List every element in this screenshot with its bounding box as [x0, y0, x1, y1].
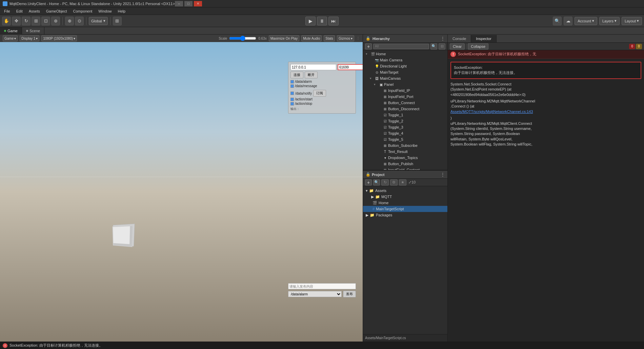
scale-slider[interactable]	[229, 36, 256, 41]
maximize-button[interactable]: □	[184, 1, 193, 6]
close-button[interactable]: ✕	[194, 1, 202, 6]
publish-content-input[interactable]	[288, 283, 356, 289]
hier-item-inputfield-port[interactable]: ⊞ InputField_Port	[363, 94, 447, 100]
hier-item-main-camera[interactable]: 📷 Main Camera	[363, 57, 447, 63]
menu-item-edit[interactable]: Edit	[14, 8, 25, 14]
tab-scene[interactable]: Scene	[22, 27, 44, 35]
hierarchy-search[interactable]	[373, 44, 429, 49]
hier-item-toggle3[interactable]: ☑ Toggle_3	[363, 124, 447, 130]
tab-inspector[interactable]: Inspector	[471, 35, 496, 42]
layers-dropdown[interactable]: Layers ▾	[599, 17, 620, 25]
hier-item-inputfield-content[interactable]: ⊞ InputField_Content	[363, 167, 447, 170]
step-button[interactable]: ⏭	[328, 17, 339, 25]
menu-item-help[interactable]: Help	[115, 8, 128, 14]
game-view-dropdown[interactable]: Game ▾	[3, 35, 18, 41]
hier-item-toggle1[interactable]: ☑ Toggle_1	[363, 112, 447, 118]
custom-tool-1[interactable]: ⊕	[65, 17, 74, 25]
tab-game[interactable]: Game	[0, 27, 22, 35]
tab-console[interactable]: Console	[448, 35, 471, 42]
play-button[interactable]: ▶	[305, 17, 316, 25]
hier-item-btn-publish[interactable]: ⊞ Button_Publish	[363, 161, 447, 167]
account-dropdown[interactable]: Account ▾	[575, 17, 597, 25]
collapse-button[interactable]: Collapse	[468, 43, 488, 50]
connect-button[interactable]: 连接	[290, 72, 303, 78]
gizmos-dropdown[interactable]: Gizmos ▾	[337, 35, 354, 41]
hier-item-btn-disconnect[interactable]: ⊞ Button_Disconnect	[363, 106, 447, 112]
error-notification-text: SocketException: 由于目标计算机积极拒绝，无	[458, 52, 641, 57]
transform-tool-button[interactable]: ⊛	[51, 17, 60, 25]
subscribe-button[interactable]: 订阅	[313, 90, 326, 97]
hier-item-text-result[interactable]: T Text_Result	[363, 149, 447, 155]
hier-item-toggle2[interactable]: ☑ Toggle_2	[363, 118, 447, 124]
maximize-on-play-btn[interactable]: Maximize On Play	[269, 35, 300, 41]
topic-label-1: /data/alarm	[295, 80, 312, 83]
resolution-dropdown[interactable]: 1080P (1920x1080) ▾	[41, 35, 77, 41]
layout-dropdown[interactable]: Layout ▾	[622, 17, 642, 25]
hier-item-main-target[interactable]: ⊙ MainTarget	[363, 69, 447, 75]
disconnect-button[interactable]: 断开	[305, 72, 318, 78]
proj-item-packages[interactable]: ▶ 📁 Packages	[363, 212, 447, 218]
hier-item-inputfield-ip[interactable]: ⊞ InputField_IP	[363, 88, 447, 94]
hierarchy-menu-icon[interactable]: ⋮	[441, 36, 445, 41]
publish-button[interactable]: 发布	[343, 291, 356, 297]
project-sync-icon[interactable]: ↻	[381, 179, 389, 186]
hier-item-main-canvas[interactable]: ▾ 🖼 MainCanvas	[363, 75, 447, 81]
menu-item-gameobject[interactable]: GameObject	[43, 8, 70, 14]
hand-tool-button[interactable]: ✋	[2, 17, 11, 25]
hier-item-toggle4[interactable]: ☑ Toggle_4	[363, 130, 447, 136]
error-notification[interactable]: ! SocketException: 由于目标计算机积极拒绝，无	[448, 50, 644, 59]
topic-check-2[interactable]	[290, 84, 294, 88]
stack-trace-3-text: ) uPLibrary.Networking.M2Mqtt.MqttClient…	[450, 116, 641, 147]
menu-item-file[interactable]: File	[1, 8, 13, 14]
ip-input[interactable]	[290, 64, 336, 70]
topic-check-3[interactable]	[290, 92, 294, 95]
mute-audio-btn[interactable]: Mute Audio	[301, 35, 322, 41]
stats-btn[interactable]: Stats	[324, 35, 335, 41]
topic-check-1[interactable]	[290, 80, 294, 83]
hier-item-btn-connect[interactable]: ⊞ Button_Connect	[363, 100, 447, 106]
rect-tool-button[interactable]: ⊡	[41, 17, 50, 25]
cube-object	[112, 225, 133, 247]
viewport-menu-icon[interactable]: ⋮	[356, 36, 360, 41]
clear-button[interactable]: Clear	[450, 43, 465, 50]
hierarchy-filter-icon[interactable]: ⊟	[439, 43, 445, 50]
display-dropdown[interactable]: Display 1 ▾	[20, 35, 39, 41]
proj-item-assets[interactable]: ▾ 📁 Assets	[363, 188, 447, 194]
port-input[interactable]	[338, 64, 363, 70]
collab-button[interactable]: ☁	[564, 17, 572, 25]
topic-row-2: /data/message	[290, 84, 354, 88]
hierarchy-add-button[interactable]: +	[365, 43, 372, 50]
custom-tool-2[interactable]: ⊙	[75, 17, 84, 25]
hier-item-btn-subscribe[interactable]: ⊞ Button_Subscribe	[363, 142, 447, 149]
menu-item-component[interactable]: Component	[70, 8, 95, 14]
hier-item-dropdown-topics[interactable]: ▾ Dropdown_Topics	[363, 155, 447, 161]
hierarchy-search-icon[interactable]: 🔍	[430, 43, 437, 50]
topic-check-5[interactable]	[290, 102, 294, 105]
grid-button[interactable]: ⊞	[113, 17, 122, 25]
pause-button[interactable]: ⏸	[317, 17, 327, 25]
search-button[interactable]: 🔍	[553, 17, 562, 25]
scale-tool-button[interactable]: ⊞	[32, 17, 40, 25]
minimize-button[interactable]: –	[175, 1, 183, 6]
hier-item-panel[interactable]: ▾ ▣ Panel	[363, 81, 447, 88]
rotate-tool-button[interactable]: ↻	[22, 17, 31, 25]
main-camera-label: Main Camera	[380, 58, 402, 62]
project-add-button[interactable]: +	[365, 179, 372, 186]
topic-select[interactable]: /data/alarm	[288, 291, 342, 297]
pivot-dropdown[interactable]: Global ▾	[89, 17, 108, 25]
menu-item-assets[interactable]: Assets	[26, 8, 43, 14]
proj-item-main-target-script[interactable]: # MainTargetScript	[363, 206, 447, 212]
hier-item-directional-light[interactable]: 💡 Directional Light	[363, 63, 447, 69]
project-search-icon[interactable]: 🔍	[373, 179, 380, 186]
proj-item-mqtt[interactable]: ▶ 📁 MQTT	[363, 194, 447, 200]
project-star-icon[interactable]: ★	[399, 179, 406, 186]
hier-item-home[interactable]: ▾ 🎬 Home	[363, 51, 447, 57]
hier-item-toggle5[interactable]: ☑ Toggle_5	[363, 136, 447, 142]
topic-check-4[interactable]	[290, 98, 294, 101]
project-menu-icon[interactable]: ⋮	[441, 172, 445, 177]
project-settings-icon[interactable]: ⚙	[390, 179, 398, 186]
move-tool-button[interactable]: ✥	[12, 17, 21, 25]
proj-item-home[interactable]: 🎬 Home	[363, 200, 447, 206]
menu-item-window[interactable]: Window	[96, 8, 114, 14]
error-link[interactable]: Assets/MQTT/scripts/MqttNetworkChannel.c…	[450, 109, 641, 114]
